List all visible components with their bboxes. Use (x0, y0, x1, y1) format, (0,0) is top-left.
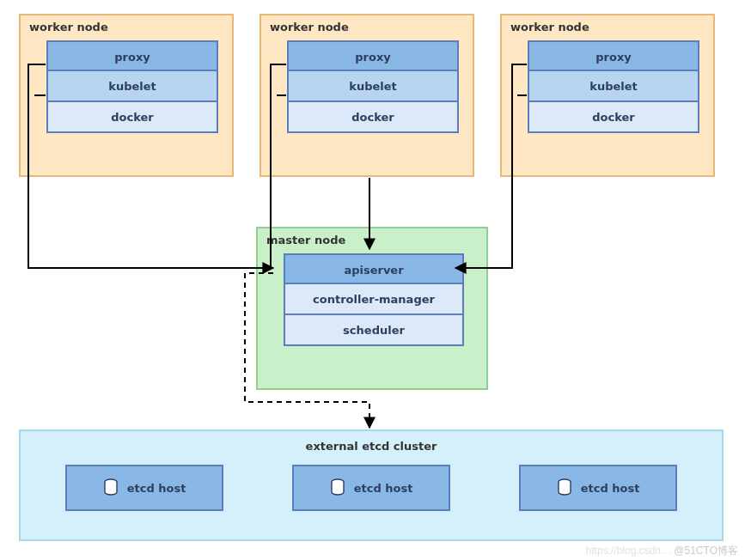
etcd-host-label: etcd host (354, 482, 413, 495)
worker-node-stack: proxy kubelet docker (528, 40, 699, 133)
master-node: master node apiserver controller-manager… (256, 227, 488, 390)
worker-node-stack: proxy kubelet docker (287, 40, 459, 133)
master-node-stack: apiserver controller-manager scheduler (284, 253, 464, 346)
worker-node-title: worker node (510, 21, 705, 33)
component-apiserver: apiserver (284, 253, 464, 284)
watermark-text: @51CTO博客 (674, 545, 738, 557)
component-proxy: proxy (46, 40, 218, 71)
worker-node-2: worker node proxy kubelet docker (260, 14, 474, 177)
etcd-hosts-row: etcd host etcd host etcd host (31, 465, 711, 511)
worker-node-title: worker node (29, 21, 223, 33)
component-proxy: proxy (287, 40, 459, 71)
diagram-canvas: worker node proxy kubelet docker worker … (0, 0, 745, 560)
watermark-url: https://blog.csdn… (586, 545, 671, 557)
component-proxy: proxy (528, 40, 699, 71)
database-icon (103, 478, 119, 497)
watermark: https://blog.csdn… @51CTO博客 (586, 544, 738, 558)
component-controller-manager: controller-manager (284, 284, 464, 315)
component-docker: docker (528, 102, 699, 133)
component-kubelet: kubelet (46, 71, 218, 102)
component-docker: docker (287, 102, 459, 133)
etcd-host-label: etcd host (127, 482, 186, 495)
etcd-host-1: etcd host (65, 465, 223, 511)
etcd-host-2: etcd host (292, 465, 450, 511)
worker-node-stack: proxy kubelet docker (46, 40, 218, 133)
etcd-cluster-title: external etcd cluster (31, 440, 711, 453)
component-kubelet: kubelet (287, 71, 459, 102)
worker-node-3: worker node proxy kubelet docker (500, 14, 715, 177)
component-kubelet: kubelet (528, 71, 699, 102)
worker-node-1: worker node proxy kubelet docker (19, 14, 234, 177)
etcd-host-3: etcd host (519, 465, 677, 511)
etcd-host-label: etcd host (581, 482, 640, 495)
component-docker: docker (46, 102, 218, 133)
database-icon (557, 478, 572, 497)
component-scheduler: scheduler (284, 315, 464, 346)
worker-node-title: worker node (270, 21, 464, 33)
etcd-cluster: external etcd cluster etcd host etcd hos… (19, 429, 724, 541)
database-icon (330, 478, 345, 497)
master-node-title: master node (266, 234, 478, 247)
